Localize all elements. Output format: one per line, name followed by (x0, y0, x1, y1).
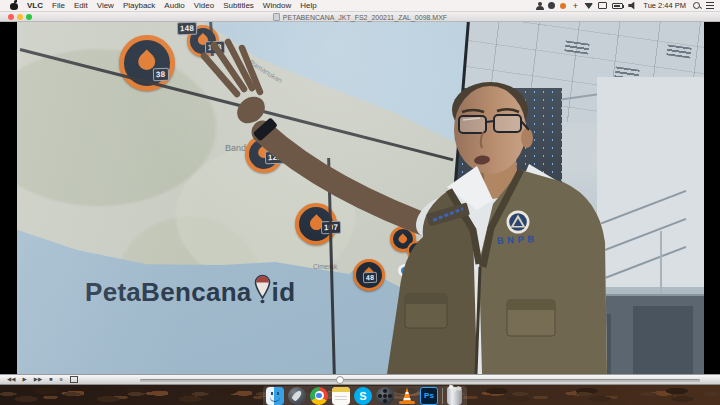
stop-button[interactable]: ■ (49, 375, 52, 384)
battery-icon[interactable] (612, 3, 623, 9)
pocket-flap (405, 294, 447, 304)
wifi-icon[interactable] (584, 2, 593, 9)
video-frame: Pamanukan Bandung Cimerak 148 118 38 128… (0, 22, 720, 374)
pocket-flap (507, 300, 555, 310)
user-silhouette-icon[interactable] (536, 2, 543, 10)
volume-icon[interactable] (628, 2, 636, 10)
screen: VLC File Edit View Playback Audio Video … (0, 0, 720, 405)
menu-bar-status: + Tue 2:44 PM (536, 1, 720, 10)
dock: S Ps (263, 386, 467, 405)
vlc-title-bar: PETABENCANA_JKT_FS2_200211_ZAL_0098.MXF (0, 12, 720, 22)
menu-bar-left: VLC File Edit View Playback Audio Video … (0, 1, 317, 10)
vest-org-text: BNPB (497, 233, 538, 246)
previous-button[interactable]: ◀◀ (7, 375, 15, 384)
window-title: PETABENCANA_JKT_FS2_200211_ZAL_0098.MXF (0, 13, 720, 21)
menu-video[interactable]: Video (194, 1, 214, 10)
playlist-button[interactable]: ≡ (60, 375, 63, 384)
menu-audio[interactable]: Audio (164, 1, 184, 10)
menu-bar-clock[interactable]: Tue 2:44 PM (641, 1, 688, 10)
menu-playback[interactable]: Playback (123, 1, 155, 10)
pointing-arm (263, 132, 445, 232)
reel-app-dock-icon[interactable] (376, 387, 394, 405)
vlc-controller: ◀◀ ▶ ▶▶ ■ ≡ (0, 374, 720, 385)
photoshop-dock-icon[interactable]: Ps (420, 387, 438, 405)
dock-separator (442, 388, 443, 404)
furniture-block (633, 306, 693, 374)
video-content: Pamanukan Bandung Cimerak 148 118 38 128… (17, 22, 704, 374)
next-button[interactable]: ▶▶ (34, 375, 42, 384)
menu-edit[interactable]: Edit (74, 1, 88, 10)
notes-dock-icon[interactable] (332, 387, 350, 405)
finder-dock-icon[interactable] (266, 387, 284, 405)
menu-view[interactable]: View (97, 1, 114, 10)
trash-dock-icon[interactable] (447, 387, 462, 405)
orange-dot-icon[interactable] (560, 3, 566, 9)
menu-file[interactable]: File (52, 1, 65, 10)
apple-menu-icon[interactable] (10, 1, 18, 10)
app-dot-icon[interactable] (548, 2, 555, 9)
rocket-app-dock-icon[interactable] (288, 387, 306, 405)
document-icon (273, 13, 280, 21)
ear (521, 128, 533, 148)
notification-center-icon[interactable] (706, 2, 714, 9)
seek-bar[interactable] (140, 379, 700, 383)
menu-help[interactable]: Help (300, 1, 316, 10)
menu-bar: VLC File Edit View Playback Audio Video … (0, 0, 720, 12)
fullscreen-button[interactable] (70, 376, 78, 383)
menu-window[interactable]: Window (263, 1, 291, 10)
menu-vlc[interactable]: VLC (27, 1, 43, 10)
plus-icon[interactable]: + (571, 2, 579, 10)
hand-fingers (204, 42, 260, 94)
play-button[interactable]: ▶ (22, 375, 26, 384)
vlc-dock-icon[interactable] (398, 387, 416, 405)
menu-subtitles[interactable]: Subtitles (223, 1, 254, 10)
chrome-dock-icon[interactable] (310, 387, 328, 405)
spotlight-icon[interactable] (693, 2, 701, 10)
map-badge: 38 (153, 68, 169, 82)
bnpb-patch (507, 211, 530, 234)
skype-dock-icon[interactable]: S (354, 387, 372, 405)
seek-thumb[interactable] (336, 376, 344, 384)
vest-right-panel (479, 170, 607, 374)
display-icon[interactable] (598, 2, 607, 9)
presenter-person: BNPB (177, 32, 607, 374)
seek-track[interactable] (140, 379, 700, 382)
